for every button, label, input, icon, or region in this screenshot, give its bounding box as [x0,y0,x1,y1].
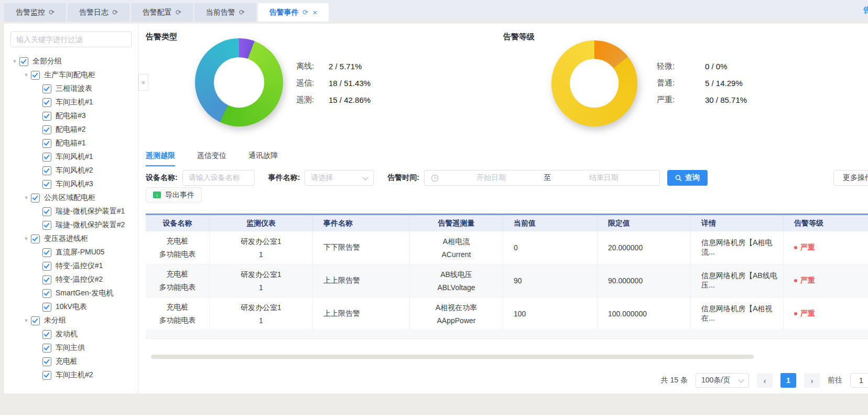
tree-node[interactable]: 配电箱#3 [10,109,132,123]
tree-node[interactable]: 特变-温控仪#1 [10,259,132,273]
tree-node[interactable]: ▼公共区域配电柜 [10,191,132,205]
tree-checkbox[interactable] [31,194,40,203]
next-page-button[interactable]: › [804,373,820,388]
table-row[interactable]: 充电桩多功能电表研发办公室11上上限告警A相视在功率AAppPower10010… [146,297,868,331]
tree-checkbox[interactable] [42,180,51,189]
sidebar-collapse-handle[interactable]: ≡ [138,74,148,91]
tree-node[interactable]: ▼变压器进线柜 [10,232,132,246]
tree-checkbox[interactable] [42,371,51,380]
tree-checkbox[interactable] [42,275,51,284]
tree-checkbox[interactable] [42,330,51,339]
query-button[interactable]: 查询 [667,170,708,186]
device-name-input[interactable]: 请输入设备名称 [182,170,255,186]
tree-node[interactable]: 车间风机#3 [10,177,132,191]
top-tab-4[interactable]: 当前告警⟳ [194,3,256,22]
tree-checkbox[interactable] [42,125,51,134]
tree-node[interactable]: 车间风机#1 [10,150,132,164]
table-row[interactable]: 充电桩多功能电表研发办公室11上上限告警AB线电压ABLVoltage9090.… [146,264,868,297]
tree-checkbox[interactable] [31,235,40,243]
alarm-time-range-picker[interactable]: 开始日期 至 结束日期 [424,170,660,186]
tree-checkbox[interactable] [42,248,51,257]
stat-label: 严重: [657,95,705,105]
current-page-button[interactable]: 1 [780,373,796,388]
tree-node[interactable]: ▼未分组 [10,314,132,327]
page-size-select[interactable]: 100条/页 [696,373,749,388]
tree-node[interactable]: 直流屏-PMU05 [10,246,132,259]
tree-node[interactable]: 充电桩 [10,355,132,368]
refresh-icon[interactable]: ⟳ [239,8,245,16]
tree-checkbox[interactable] [42,344,51,353]
horizontal-scrollbar[interactable] [151,355,754,359]
tree-node[interactable]: 配电箱#2 [10,123,132,136]
close-icon[interactable]: × [313,8,318,17]
table-row[interactable]: 充电桩多功能电表研发办公室11下下限告警A相电流ACurrent020.0000… [146,231,868,264]
refresh-icon[interactable]: ⟳ [302,8,308,16]
more-actions-button[interactable]: 更多操作 [833,170,868,186]
tree-checkbox[interactable] [19,57,28,66]
top-tab-5[interactable]: 告警事件⟳× [258,3,329,22]
event-name-select[interactable]: 请选择 [305,170,374,186]
tree-node[interactable]: 特变-温控仪#2 [10,273,132,286]
tree-checkbox[interactable] [42,84,51,93]
tree-checkbox[interactable] [42,221,51,230]
prev-page-button[interactable]: ‹ [757,373,773,388]
refresh-icon[interactable]: ⟳ [176,8,181,16]
stat-value: 0 / 0% [705,62,728,71]
tree-checkbox[interactable] [42,262,51,271]
tree-filter-input[interactable] [10,31,132,47]
tree-node[interactable]: 车间风机#2 [10,164,132,177]
clipped-table-row [146,331,868,339]
tree-node[interactable]: 配电箱#1 [10,136,132,150]
tree-checkbox[interactable] [42,303,51,312]
tree-node[interactable]: 10kV电表 [10,300,132,314]
refresh-icon[interactable]: ⟳ [49,8,55,16]
tree-checkbox[interactable] [42,98,51,107]
alarm-type-chart-title: 告警类型 [146,32,177,42]
tree-checkbox[interactable] [31,71,40,80]
tree-node[interactable]: 车间主机#1 [10,95,132,109]
event-name-placeholder: 请选择 [311,173,333,183]
tree-node[interactable]: SmartGen-发电机 [10,286,132,300]
severity-badge: 严重 [794,276,815,285]
tree-node[interactable]: 瑞捷-微机保护装置#1 [10,205,132,218]
event-tab-3[interactable]: 通讯故障 [248,151,278,166]
event-tab-1[interactable]: 遥测越限 [146,151,175,166]
caret-down-icon[interactable]: ▼ [22,195,30,200]
cell-line: 90.000000 [608,276,643,285]
top-tab-1[interactable]: 告警监控⟳ [4,3,66,22]
tree-checkbox[interactable] [42,357,51,366]
tree-node-label: 车间主机#1 [56,98,93,107]
top-tab-2[interactable]: 告警日志⟳ [68,3,129,22]
tree-node[interactable]: ▼全部分组 [10,55,132,68]
top-tab-3[interactable]: 告警配置⟳ [131,3,193,22]
tree-node-label: 变压器进线柜 [44,234,88,243]
event-name-label: 事件名称: [268,173,300,183]
tree-node[interactable]: ▼生产车间配电柜 [10,68,132,82]
tree-checkbox[interactable] [42,289,51,298]
stat-label: 遥信: [296,78,329,88]
tree-checkbox[interactable] [42,166,51,175]
caret-down-icon[interactable]: ▼ [22,318,30,323]
refresh-icon[interactable]: ⟳ [112,8,118,16]
tree-checkbox[interactable] [42,207,51,216]
table-cell: 信息网络机房【A相视在... [691,297,784,330]
caret-down-icon[interactable]: ▼ [10,59,19,64]
goto-page-input[interactable]: 1 [850,373,868,388]
cell-line: 多功能电表 [159,283,196,292]
event-tab-2[interactable]: 遥信变位 [197,151,226,166]
tree-checkbox[interactable] [42,153,51,162]
column-header-label: 设备名称 [163,219,192,228]
tree-checkbox[interactable] [42,112,51,121]
tree-node[interactable]: 发动机 [10,327,132,341]
tree-checkbox[interactable] [31,316,40,325]
chart-stat-row: 普通:5 / 14.29% [657,78,747,88]
tree-checkbox[interactable] [42,139,51,148]
caret-down-icon[interactable]: ▼ [22,72,30,78]
tree-node[interactable]: 车间主供 [10,341,132,355]
tree-node[interactable]: 瑞捷-微机保护装置#2 [10,218,132,232]
export-events-button[interactable]: ↓ 导出事件 [146,187,202,203]
tree-node[interactable]: 三相谐波表 [10,82,132,95]
caret-down-icon[interactable]: ▼ [22,236,30,241]
tree-node[interactable]: 车间主机#2 [10,368,132,382]
cell-line: 1 [259,250,263,259]
